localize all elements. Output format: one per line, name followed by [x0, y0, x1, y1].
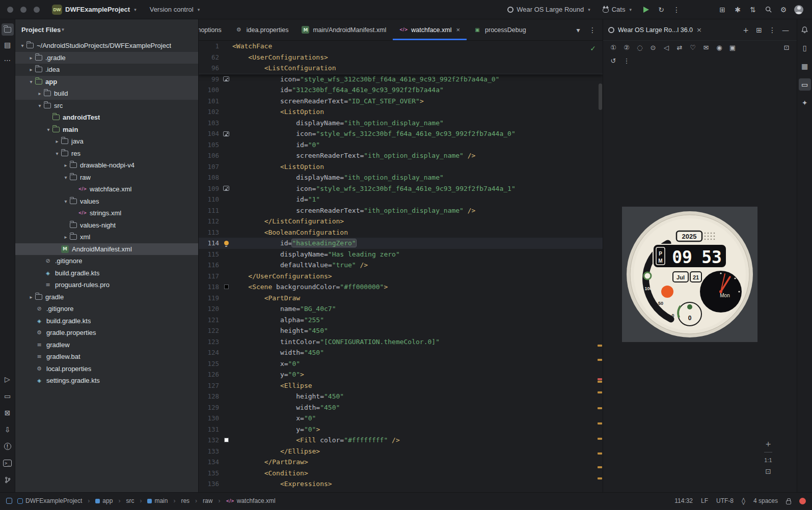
- code-line[interactable]: 135 <Condition>: [199, 468, 603, 479]
- hidden-tabs-icon[interactable]: ▾: [572, 24, 584, 36]
- tree-item-values[interactable]: ▾values: [15, 195, 198, 208]
- tree-chevron-icon[interactable]: ▾: [62, 175, 70, 180]
- project-tool-icon[interactable]: [2, 23, 14, 36]
- breadcrumb-item[interactable]: DWFExampleProject: [17, 497, 82, 504]
- tree-item-java[interactable]: ▸java: [15, 135, 198, 148]
- zoom-fit-button[interactable]: ⊡: [765, 468, 771, 475]
- intention-bulb-icon[interactable]: [224, 241, 229, 245]
- tab-moptions[interactable]: moptions: [199, 19, 228, 40]
- tree-chevron-icon[interactable]: ▸: [36, 91, 44, 96]
- file-encoding[interactable]: UTF-8: [716, 497, 734, 504]
- code-line[interactable]: 101 screenReaderText="ID_CAT_STEP_OVER">: [199, 96, 603, 107]
- hide-device-panel-icon[interactable]: —: [779, 24, 792, 36]
- tree-item-build[interactable]: ▸build: [15, 88, 198, 100]
- tree-item-raw[interactable]: ▾raw: [15, 172, 198, 184]
- line-ending[interactable]: LF: [701, 497, 708, 504]
- tree-item-gradlew-bat[interactable]: ≡gradlew.bat: [15, 351, 198, 363]
- tree-item--idea[interactable]: ▸.idea: [15, 64, 198, 76]
- code-line[interactable]: 121 alpha="255": [199, 315, 603, 326]
- code-line[interactable]: 128 height="450": [199, 391, 603, 402]
- device-tab-title[interactable]: Wear OS Large Ro...l 36.0: [618, 26, 693, 34]
- fold-icon[interactable]: ⇄: [673, 41, 686, 53]
- running-devices-tool-icon[interactable]: ▭: [2, 390, 14, 402]
- screen-record-icon[interactable]: ▣: [726, 41, 739, 53]
- breadcrumb-item[interactable]: src: [126, 497, 134, 504]
- problems-tool-icon[interactable]: !: [2, 440, 14, 452]
- code-line[interactable]: 107 <ListOption: [199, 161, 603, 173]
- profile-icon[interactable]: [793, 4, 805, 16]
- code-line[interactable]: 131 y="0">: [199, 424, 603, 435]
- project-panel-header[interactable]: Project Files ▾: [15, 19, 198, 40]
- device-explorer-icon[interactable]: ▯: [799, 42, 811, 54]
- tree-item-build-gradle-kts[interactable]: ◈build.gradle.kts: [15, 315, 198, 327]
- notifications-icon[interactable]: [799, 23, 811, 36]
- tree-chevron-icon[interactable]: ▸: [62, 162, 70, 168]
- tree-chevron-icon[interactable]: ▸: [27, 294, 35, 300]
- code-line[interactable]: 122 height="450": [199, 325, 603, 336]
- pull-requests-icon[interactable]: ⇅: [747, 4, 759, 16]
- caret-position[interactable]: 114:32: [674, 497, 693, 504]
- code-line[interactable]: 1<WatchFace: [199, 41, 603, 52]
- tree-item--androidstudioprojects-dwfexampleproject[interactable]: ▾~/AndroidStudioProjects/DWFExampleProje…: [15, 40, 198, 52]
- breadcrumb-item[interactable]: res: [181, 497, 190, 504]
- settings-icon[interactable]: ⚙: [777, 4, 790, 16]
- tree-item-src[interactable]: ▾src: [15, 100, 198, 112]
- tab-options-icon[interactable]: ⋮: [586, 24, 599, 36]
- version-control-widget[interactable]: Version control ▾: [150, 6, 200, 13]
- run-button[interactable]: [640, 4, 652, 16]
- breadcrumb-item[interactable]: main: [147, 497, 168, 504]
- tree-item-androidmanifest-xml[interactable]: MAndroidManifest.xml: [15, 243, 198, 256]
- tree-chevron-icon[interactable]: ▾: [36, 103, 44, 108]
- tree-chevron-icon[interactable]: ▸: [53, 138, 61, 144]
- editor-scrollbar[interactable]: [599, 83, 602, 110]
- run-config-selector[interactable]: Cats ▾: [603, 6, 632, 13]
- tree-item--gitignore[interactable]: ⊘.gitignore: [15, 255, 198, 267]
- code-line[interactable]: 134 </PartDraw>: [199, 457, 603, 468]
- code-line[interactable]: 109 icon="style_wfs_312c30bf_f64a_461e_9…: [199, 183, 603, 194]
- code-line[interactable]: 103 displayName="ith_option_display_name…: [199, 118, 603, 129]
- code-line[interactable]: 133 </Ellipse>: [199, 446, 603, 457]
- tree-item-local-properties[interactable]: ⚙local.properties: [15, 363, 198, 375]
- close-window-button[interactable]: [7, 7, 13, 13]
- indent-setting[interactable]: 4 spaces: [753, 497, 778, 504]
- code-line[interactable]: 125 x="0": [199, 358, 603, 370]
- tree-item-gradlew[interactable]: ≡gradlew: [15, 339, 198, 351]
- code-line[interactable]: 129 width="450": [199, 402, 603, 413]
- code-line[interactable]: 132 <Fill color="#ffffffff" />: [199, 435, 603, 446]
- services-tool-icon[interactable]: ⊠: [2, 407, 14, 419]
- breadcrumb-item[interactable]: app: [95, 497, 113, 504]
- terminal-tool-icon[interactable]: >_: [2, 457, 14, 469]
- zoom-actual-button[interactable]: 1:1: [764, 457, 772, 463]
- tree-item-watchface-xml[interactable]: </>watchface.xml: [15, 183, 198, 195]
- tree-item-gradle-properties[interactable]: ⚙gradle.properties: [15, 327, 198, 339]
- code-area[interactable]: 99 icon="style_wfs_312c30bf_f64a_461e_9c…: [199, 74, 603, 493]
- tree-item-androidtest[interactable]: androidTest: [15, 111, 198, 124]
- tree-chevron-icon[interactable]: ▸: [62, 234, 70, 240]
- tree-chevron-icon[interactable]: ▸: [27, 55, 35, 61]
- tree-item-proguard-rules-pro[interactable]: ≡proguard-rules.pro: [15, 279, 198, 291]
- popout-device-icon[interactable]: ⊞: [753, 24, 765, 36]
- inspections-ok-icon[interactable]: ✓: [590, 44, 596, 52]
- resource-manager-icon[interactable]: ▦: [799, 60, 811, 72]
- code-line[interactable]: 105 id="0": [199, 139, 603, 151]
- more-run-actions-icon[interactable]: ⋮: [670, 4, 683, 16]
- search-everywhere-icon[interactable]: [762, 4, 774, 16]
- ai-actions-icon[interactable]: ✱: [732, 4, 744, 16]
- editor-body[interactable]: 1<WatchFace62 <UserConfigurations>96 <Li…: [199, 41, 603, 492]
- reset-icon[interactable]: ↺: [607, 54, 619, 67]
- structure-tool-icon[interactable]: ▤: [2, 39, 14, 51]
- code-line[interactable]: 102 <ListOption: [199, 106, 603, 118]
- version-control-tool-icon[interactable]: [2, 474, 14, 486]
- notification-error-icon[interactable]: [799, 498, 806, 504]
- code-line[interactable]: 119 <PartDraw: [199, 293, 603, 304]
- breadcrumb-item[interactable]: </>watchface.xml: [226, 497, 275, 504]
- code-line[interactable]: 113 <BooleanConfiguration: [199, 227, 603, 238]
- palm-icon[interactable]: ◌: [634, 41, 646, 53]
- code-line[interactable]: 110 id="1": [199, 194, 603, 205]
- tree-chevron-icon[interactable]: ▾: [44, 127, 52, 132]
- tree-chevron-icon[interactable]: ▾: [27, 79, 35, 84]
- code-line[interactable]: 120 name="BG_40c7": [199, 303, 603, 315]
- close-tab-icon[interactable]: ×: [456, 26, 460, 34]
- tree-item-res[interactable]: ▾res: [15, 148, 198, 160]
- more-tools-icon[interactable]: ⋯: [2, 54, 14, 66]
